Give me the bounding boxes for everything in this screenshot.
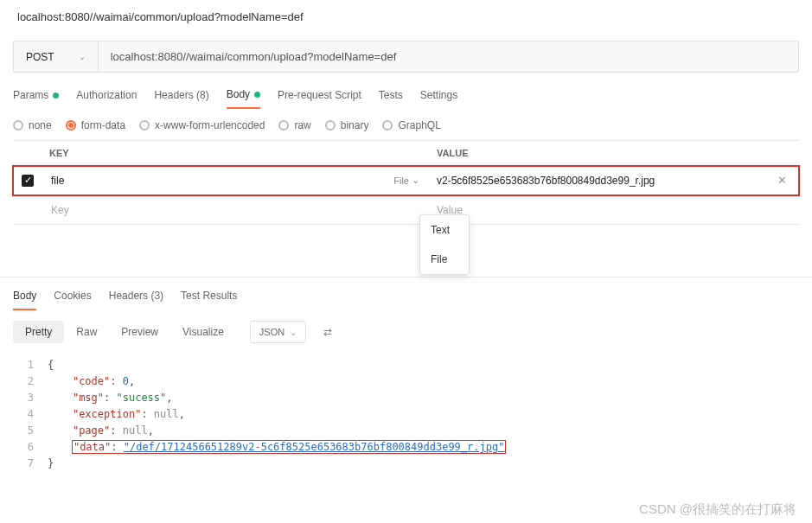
tab-prerequest[interactable]: Pre-request Script [278,88,361,109]
chevron-down-icon: ⌄ [79,52,86,61]
option-form-data[interactable]: form-data [66,119,125,131]
tab-authorization[interactable]: Authorization [76,88,137,109]
body-type-options: none form-data x-www-form-urlencoded raw… [0,109,812,140]
radio-icon [66,120,76,131]
view-visualize[interactable]: Visualize [170,321,236,343]
table-header: KEY VALUE [13,141,799,166]
check-icon: ✓ [22,175,34,187]
resp-tab-body[interactable]: Body [13,290,36,310]
value-input[interactable]: Value [428,197,799,223]
tab-settings[interactable]: Settings [420,88,457,109]
option-graphql[interactable]: GraphQL [382,119,440,131]
key-value: file [51,175,64,187]
view-raw[interactable]: Raw [64,321,109,343]
radio-icon [278,120,289,131]
radio-icon [325,120,336,131]
radio-icon [13,120,23,131]
type-selector[interactable]: File⌄ [393,175,419,186]
view-preview[interactable]: Preview [109,321,170,343]
dot-icon [254,92,260,98]
chevron-down-icon: ⌄ [290,328,297,337]
dropdown-item-text[interactable]: Text [420,215,469,245]
request-bar: POST ⌄ [13,41,799,73]
url-display: localhost:8080//waimai/common/upload?mod… [0,0,812,34]
file-name: v2-5c6f8525e653683b76bf800849dd3e99_r.jp… [437,175,655,187]
value-cell[interactable]: v2-5c6f8525e653683b76bf800849dd3e99_r.jp… [428,167,799,194]
radio-icon [139,120,150,131]
option-none[interactable]: none [13,119,52,131]
option-raw[interactable]: raw [278,119,310,131]
dot-icon [53,92,59,99]
view-pretty[interactable]: Pretty [13,321,64,343]
row-checkbox-cell[interactable]: ✓ [13,175,42,187]
type-dropdown: Text File [419,214,470,275]
key-input[interactable]: Key [42,197,428,223]
resp-tab-cookies[interactable]: Cookies [54,290,91,310]
response-body: 1{ 2 "code": 0, 3 "msg": "sucess", 4 "ex… [13,354,799,475]
resp-tab-headers[interactable]: Headers (3) [109,290,163,310]
clear-file-button[interactable]: ✕ [774,174,790,187]
response-section: Body Cookies Headers (3) Test Results Pr… [0,277,812,475]
wrap-lines-button[interactable]: ⇄ [318,321,337,343]
col-key: KEY [13,141,428,165]
response-controls: Pretty Raw Preview Visualize JSON⌄ ⇄ [13,310,799,354]
table-row-empty: Key Value [13,195,799,225]
tab-headers[interactable]: Headers (8) [154,88,208,109]
key-cell[interactable]: file File⌄ [42,168,428,194]
format-select[interactable]: JSON⌄ [250,321,306,343]
response-tabs: Body Cookies Headers (3) Test Results [13,277,799,310]
request-tabs: Params Authorization Headers (8) Body Pr… [0,73,812,109]
option-xwww[interactable]: x-www-form-urlencoded [139,119,265,131]
form-data-table: KEY VALUE ✓ file File⌄ v2-5c6f8525e65368… [13,140,799,225]
method-value: POST [26,51,54,63]
tab-body[interactable]: Body [227,88,260,109]
method-select[interactable]: POST ⌄ [14,41,99,72]
table-row: ✓ file File⌄ v2-5c6f8525e653683b76bf8008… [13,166,799,195]
tab-tests[interactable]: Tests [379,88,403,109]
radio-icon [382,120,393,131]
tab-params[interactable]: Params [13,88,59,109]
option-binary[interactable]: binary [325,119,369,131]
chevron-down-icon: ⌄ [412,175,419,186]
dropdown-item-file[interactable]: File [420,245,469,274]
col-value: VALUE [428,141,799,165]
resp-tab-tests[interactable]: Test Results [181,290,237,310]
url-input[interactable] [99,41,798,72]
